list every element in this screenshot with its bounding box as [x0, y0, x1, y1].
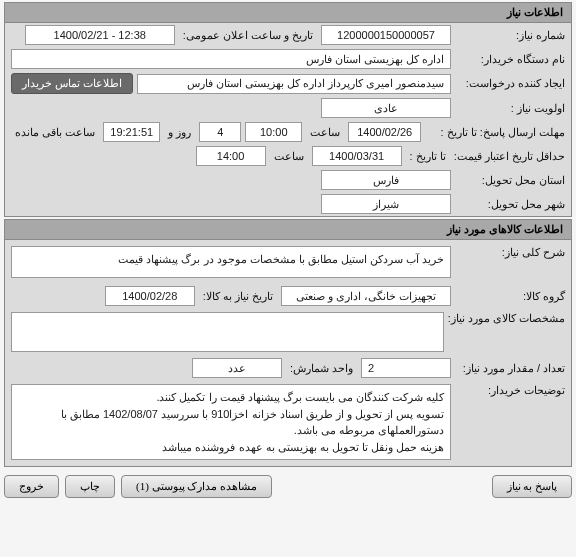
min-validity-time-label: ساعت: [270, 150, 308, 163]
province-field: فارس: [321, 170, 451, 190]
remaining-suffix: ساعت باقی مانده: [11, 126, 99, 139]
desc-label: شرح کلی نیاز:: [455, 246, 565, 259]
respond-button[interactable]: پاسخ به نیاز: [492, 475, 573, 498]
req-number-field: 1200000150000057: [321, 25, 451, 45]
min-validity-time-field: 14:00: [196, 146, 266, 166]
remaining-days-field: 4: [199, 122, 241, 142]
need-date-field: 1400/02/28: [105, 286, 195, 306]
public-datetime-field: 1400/02/21 - 12:38: [25, 25, 175, 45]
priority-label: اولویت نیاز :: [455, 102, 565, 115]
creator-label: ایجاد کننده درخواست:: [455, 77, 565, 90]
city-label: شهر محل تحویل:: [455, 198, 565, 211]
min-validity-label: حداقل تاریخ اعتبار قیمت:: [454, 150, 565, 163]
qty-field: 2: [361, 358, 451, 378]
qty-label: تعداد / مقدار مورد نیاز:: [455, 362, 565, 375]
specs-field: [11, 312, 444, 352]
priority-field: عادی: [321, 98, 451, 118]
desc-field: خرید آب سردکن استیل مطابق با مشخصات موجو…: [11, 246, 451, 278]
specs-label: مشخصات کالای مورد نیاز:: [448, 312, 565, 325]
need-info-header: اطلاعات نیاز: [5, 3, 571, 23]
deadline-date-field: 1400/02/26: [348, 122, 421, 142]
goods-info-section: اطلاعات کالاهای مورد نیاز شرح کلی نیاز: …: [4, 219, 572, 467]
req-number-label: شماره نیاز:: [455, 29, 565, 42]
buyer-org-label: نام دستگاه خریدار:: [455, 53, 565, 66]
view-attachments-button[interactable]: مشاهده مدارک پیوستی (1): [121, 475, 272, 498]
min-validity-date-field: 1400/03/31: [312, 146, 402, 166]
goods-info-header: اطلاعات کالاهای مورد نیاز: [5, 220, 571, 240]
province-label: استان محل تحویل:: [455, 174, 565, 187]
public-datetime-label: تاریخ و ساعت اعلان عمومی:: [179, 29, 317, 42]
exit-button[interactable]: خروج: [4, 475, 59, 498]
print-button[interactable]: چاپ: [65, 475, 115, 498]
group-label: گروه کالا:: [455, 290, 565, 303]
creator-field: سیدمنصور امیری کارپرداز اداره کل بهزیستی…: [137, 74, 451, 94]
buyer-org-field: اداره کل بهزیستی استان فارس: [11, 49, 451, 69]
buyer-notes-field: کلیه شرکت کنندگان می بایست برگ پیشنهاد ق…: [11, 384, 451, 460]
unit-field: عدد: [192, 358, 282, 378]
to-date-label: تا تاریخ :: [406, 150, 450, 163]
days-and-label: روز و: [164, 126, 195, 139]
buyer-contact-button[interactable]: اطلاعات تماس خریدار: [11, 73, 133, 94]
need-info-section: اطلاعات نیاز شماره نیاز: 120000015000005…: [4, 2, 572, 217]
unit-label: واحد شمارش:: [286, 362, 357, 375]
need-date-label: تاریخ نیاز به کالا:: [199, 290, 277, 303]
city-field: شیراز: [321, 194, 451, 214]
group-field: تجهیزات خانگی، اداری و صنعتی: [281, 286, 451, 306]
deadline-time-label: ساعت: [306, 126, 344, 139]
button-bar: خروج چاپ مشاهده مدارک پیوستی (1) پاسخ به…: [0, 469, 576, 504]
deadline-label: مهلت ارسال پاسخ: تا تاریخ :: [425, 126, 565, 139]
buyer-notes-label: توضیحات خریدار:: [455, 384, 565, 397]
deadline-time-field: 10:00: [245, 122, 302, 142]
remaining-time-field: 19:21:51: [103, 122, 160, 142]
